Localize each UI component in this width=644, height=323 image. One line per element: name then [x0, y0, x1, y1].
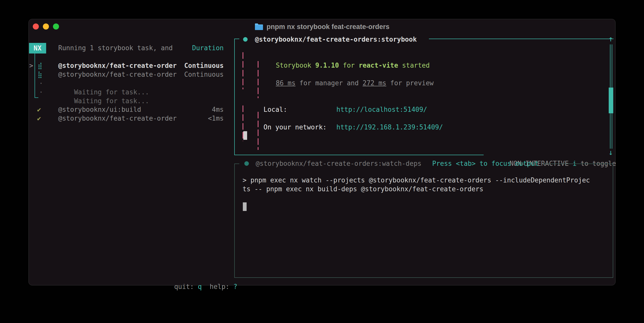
nx-logo-badge: NX [29, 43, 46, 53]
noninteractive-hint: NON-INTERACTIVE i to toggle [494, 150, 616, 159]
task-label: @storybooknx/feat-create-order [58, 114, 177, 123]
running-status-circle-icon [244, 161, 249, 166]
check-icon: ✔ [37, 114, 45, 123]
task-label: @storybooknx/feat-create-order [58, 61, 177, 70]
window-title: pnpm nx storybook feat-create-orders [267, 23, 390, 31]
task-label: Waiting for task... [74, 97, 149, 105]
scroll-up-icon[interactable]: ↑ [607, 35, 614, 43]
task-summary-text: Running 1 storybook task, and [58, 44, 173, 52]
task-row[interactable]: Waiting for task... [58, 88, 149, 97]
spinner-icon: ⣾ [38, 61, 45, 70]
storybook-started-line: Storybook 9.1.10 for react-vite started [260, 52, 430, 61]
minimize-button[interactable] [43, 23, 49, 30]
terminal-cursor [243, 202, 247, 211]
terminal-cursor [243, 131, 247, 140]
scrollbar-thumb[interactable] [609, 88, 613, 113]
storybook-panel-border-bottom [234, 155, 484, 155]
watch-panel-border-right [613, 164, 613, 278]
watch-panel-border-top [543, 164, 613, 164]
network-url-label: On your network: [264, 123, 327, 132]
task-status: Continuous [184, 61, 224, 70]
started-prefix: Storybook [276, 62, 315, 69]
titlebar: pnpm nx storybook feat-create-orders [29, 19, 615, 34]
task-row[interactable]: @storybooknx/feat-create-order Continuou… [58, 70, 224, 79]
close-button[interactable] [33, 23, 39, 30]
quit-key: q [198, 283, 202, 290]
preview-time: 272 ms [363, 79, 386, 87]
zoom-button[interactable] [53, 23, 59, 30]
watch-command-line-1: > pnpm exec nx watch --projects @storybo… [243, 176, 590, 185]
task-duration: <1ms [208, 114, 224, 123]
watch-panel-border-left [234, 164, 235, 277]
local-url-label: Local: [264, 105, 287, 114]
pending-dot-icon: · [39, 79, 47, 88]
scrollbar-track[interactable] [610, 44, 610, 88]
task-row[interactable]: @storybooknx/feat-create-order Continuou… [58, 61, 224, 70]
scrollbar-track[interactable] [612, 113, 612, 149]
timing-suffix: for preview [386, 79, 434, 87]
help-hint-label: help: [202, 283, 233, 290]
storybook-panel-border-left [234, 39, 235, 155]
started-suffix: started [398, 62, 430, 69]
storybook-log-gutter-bar [243, 52, 243, 89]
started-mid: for [339, 62, 359, 69]
task-group-line-foot [35, 97, 38, 98]
builder-name: react-vite [359, 62, 398, 69]
storybook-panel-border-top [429, 39, 613, 39]
completed-task-row[interactable]: @storybooknx/ui:build 4ms [58, 105, 224, 114]
help-key: ? [233, 283, 237, 290]
check-icon: ✔ [37, 105, 45, 114]
network-url-link[interactable]: http://192.168.1.239:51409/ [336, 123, 443, 132]
duration-column-header: Duration [192, 44, 224, 52]
task-row[interactable]: Waiting for task... [58, 79, 149, 88]
manager-time: 86 ms [276, 79, 296, 87]
storybook-version: 9.1.10 [315, 62, 339, 69]
task-label: @storybooknx/ui:build [58, 105, 141, 114]
storybook-panel-title[interactable]: @storybooknx/feat-create-orders:storyboo… [255, 35, 417, 44]
watch-panel-border-bottom [234, 277, 613, 278]
storybook-log-gutter-bar [258, 61, 258, 98]
terminal-window: pnpm nx storybook feat-create-orders NX … [28, 19, 616, 285]
focus-output-hint: Press <tab> to focus output [432, 159, 539, 168]
task-label: @storybooknx/feat-create-order [58, 70, 177, 79]
task-status: Continuous [184, 70, 224, 79]
scroll-down-icon[interactable]: ↓ [607, 149, 614, 156]
storybook-log-gutter-bar [258, 112, 258, 150]
keyboard-hints: quit: q help: ? [158, 274, 237, 282]
quit-hint-label: quit: [174, 283, 198, 290]
folder-icon [254, 23, 264, 31]
timing-mid: for manager and [296, 79, 363, 87]
task-summary-row: Running 1 storybook task, and Duration [58, 44, 224, 52]
task-group-line [35, 53, 35, 98]
storybook-timing-line: 86 ms for manager and 272 ms for preview [260, 70, 434, 79]
storybook-panel-border-top-left [234, 39, 239, 39]
pending-dot-icon: · [39, 88, 47, 97]
spinner-icon: ⣷ [38, 70, 45, 79]
task-duration: 4ms [212, 105, 224, 114]
scrollbar-track[interactable] [610, 113, 610, 149]
completed-task-row[interactable]: @storybooknx/feat-create-order <1ms [58, 114, 224, 123]
watch-command-line-2: ts -- pnpm exec nx build-deps @storybook… [243, 185, 483, 194]
scrollbar-track[interactable] [612, 44, 612, 88]
local-url-link[interactable]: http://localhost:51409/ [336, 105, 427, 114]
running-status-circle-icon [243, 37, 248, 42]
watch-panel-border-top-left [234, 164, 239, 164]
watch-panel-title[interactable]: @storybooknx/feat-create-orders:watch-de… [256, 159, 421, 168]
